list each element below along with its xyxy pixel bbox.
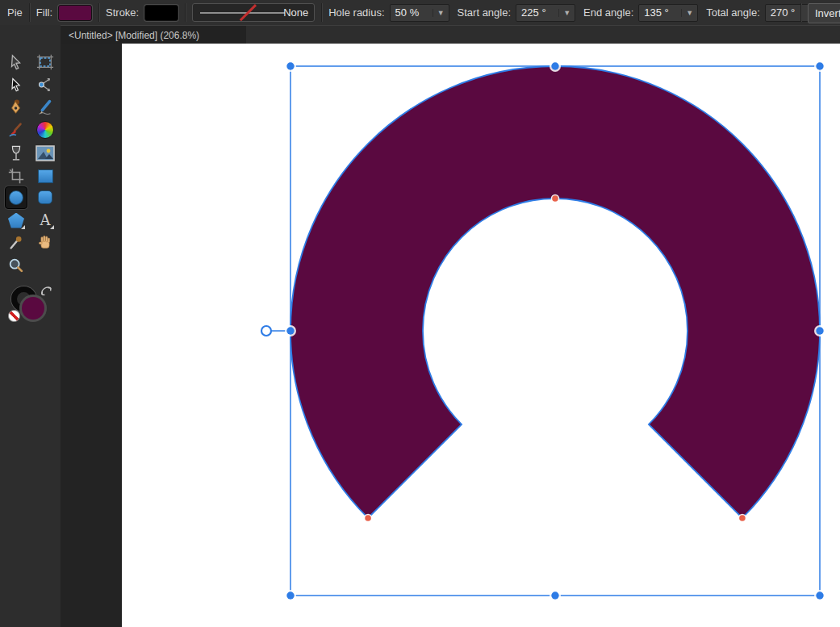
node-tool[interactable] — [6, 74, 27, 95]
document-tab[interactable]: <Untitled> [Modified] (206.8%) — [61, 26, 246, 44]
toolbar-separator — [800, 3, 801, 22]
point-transform-icon — [36, 76, 54, 94]
tool-flyout-corner-icon — [50, 225, 54, 229]
stroke-label: Stroke: — [106, 6, 139, 19]
total-angle-label: Total angle: — [706, 6, 760, 19]
hole-radius-value: 50 % — [391, 6, 433, 19]
artboard-icon — [36, 53, 54, 71]
start-angle-label: Start angle: — [458, 6, 512, 19]
vector-brush-tool[interactable] — [6, 119, 27, 140]
node-arrow-icon — [8, 77, 24, 93]
stroke-color-swatch[interactable] — [144, 5, 178, 21]
color-wheel-icon — [36, 121, 54, 139]
rounded-rectangle-icon — [38, 190, 52, 204]
move-tool[interactable] — [6, 52, 27, 73]
fill-label: Fill: — [36, 6, 52, 19]
eyedropper-icon — [7, 234, 25, 252]
end-angle-label: End angle: — [583, 6, 633, 19]
hole-radius-combobox[interactable]: 50 % ▼ — [390, 4, 449, 22]
document-tab-title: <Untitled> [Modified] (206.8%) — [69, 30, 199, 41]
stroke-preview-line — [200, 12, 285, 14]
toolbar-separator — [98, 3, 99, 22]
start-angle-value: 225 ° — [516, 6, 558, 19]
toolbar-separator — [29, 3, 30, 22]
toolbar-separator — [185, 3, 186, 22]
shape-tool[interactable] — [6, 210, 27, 231]
start-angle-combobox[interactable]: 225 ° ▼ — [516, 4, 575, 22]
invert-button[interactable]: Invert — [808, 3, 840, 23]
zoom-tool[interactable] — [6, 255, 27, 276]
wine-glass-icon — [7, 144, 25, 162]
ellipse-icon — [9, 190, 23, 205]
no-color-swatch[interactable] — [8, 310, 20, 322]
color-picker-tool[interactable] — [6, 232, 27, 253]
end-angle-combobox[interactable]: 135 ° ▼ — [638, 4, 698, 22]
color-well — [8, 285, 53, 327]
stroke-style-picker[interactable]: None — [192, 3, 315, 22]
pencil-tool[interactable] — [35, 97, 56, 118]
point-transform-tool[interactable] — [35, 74, 56, 95]
rectangle-icon — [38, 169, 53, 183]
magnifier-icon — [7, 257, 25, 274]
context-tool-label: Pie — [7, 6, 23, 19]
text-tool-icon: A — [40, 213, 51, 228]
document-tabstrip: <Untitled> [Modified] (206.8%) — [61, 25, 840, 44]
canvas[interactable] — [122, 44, 840, 627]
tools-panel: A — [0, 25, 61, 627]
tool-flyout-corner-icon — [21, 225, 25, 229]
text-tool[interactable]: A — [35, 210, 56, 231]
chevron-down-icon: ▼ — [681, 9, 697, 17]
end-angle-value: 135 ° — [639, 6, 681, 19]
pen-nib-icon — [7, 98, 25, 116]
artboard-tool[interactable] — [35, 52, 56, 73]
context-toolbar: Pie Fill: Stroke: None Hole radius: 50 %… — [0, 0, 840, 26]
hand-icon — [36, 234, 54, 252]
rounded-rectangle-tool[interactable] — [35, 186, 56, 207]
paintbrush-icon — [7, 121, 25, 139]
chevron-down-icon: ▼ — [433, 9, 449, 17]
stroke-style-value: None — [283, 6, 308, 19]
chevron-down-icon: ▼ — [558, 9, 575, 17]
crop-icon — [7, 167, 25, 185]
crop-tool[interactable] — [6, 165, 27, 186]
pen-tool[interactable] — [6, 97, 27, 118]
image-icon — [36, 145, 55, 161]
fill-color-swatch[interactable] — [58, 5, 92, 21]
ellipse-tool[interactable] — [5, 186, 27, 209]
transparency-tool[interactable] — [6, 143, 27, 164]
fill-tool[interactable] — [35, 119, 56, 140]
rectangle-tool[interactable] — [35, 165, 56, 186]
swap-colors-icon[interactable] — [40, 285, 53, 297]
pencil-icon — [36, 98, 54, 116]
toolbar-separator — [321, 3, 322, 22]
view-tool[interactable] — [35, 232, 56, 253]
total-angle-value: 270 ° — [766, 6, 808, 19]
hole-radius-label: Hole radius: — [328, 6, 384, 19]
cursor-arrow-icon — [7, 53, 25, 71]
place-image-tool[interactable] — [35, 143, 56, 164]
fill-color-well[interactable] — [22, 297, 44, 320]
